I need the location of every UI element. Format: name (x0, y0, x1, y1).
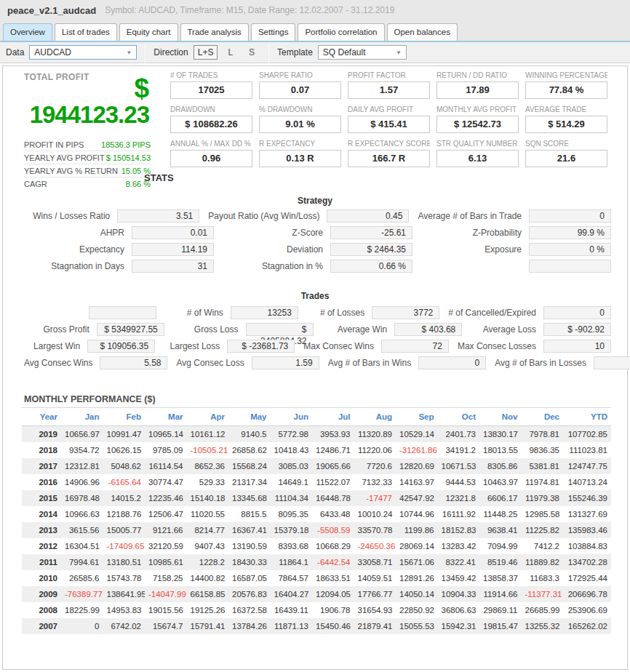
month-cell: 15379.18 (271, 522, 313, 538)
metric-empty (421, 260, 611, 273)
metric-label: Expectancy (24, 244, 132, 255)
metric-label: # of Losses (307, 308, 372, 318)
template-select[interactable]: SQ Default ▼ (318, 45, 407, 60)
metric-label: Gross Profit (24, 324, 97, 335)
month-cell: -76389.77 (61, 586, 103, 602)
month-cell: 12486.71 (312, 442, 354, 458)
month-cell: 529.33 (187, 474, 229, 490)
month-cell: 7094.99 (479, 538, 522, 554)
col-header-oct: Oct (438, 408, 480, 426)
monthly-performance-title: MONTHLY PERFORMANCE ($) (24, 394, 156, 404)
metric-payout-ratio-avg-win-loss: Payout Ratio (Avg Win/Loss)0.45 (208, 209, 409, 223)
year-cell: 2019 (22, 426, 61, 443)
metric-label: Avg Consec Wins (24, 358, 100, 368)
template-select-value: SQ Default (323, 47, 366, 57)
metric-average-loss: Average Loss$ -902.92 (471, 323, 611, 336)
col-header-nov: Nov (479, 408, 522, 426)
tab-trade-analysis[interactable]: Trade analysis (180, 23, 249, 41)
metric-value: 5.58 (100, 356, 167, 369)
month-cell: 9785.09 (145, 442, 187, 458)
month-cell: 10668.29 (312, 538, 354, 554)
month-cell: 16111.92 (438, 506, 480, 522)
month-cell: 13784.26 (228, 618, 271, 634)
month-cell: 15568.24 (228, 458, 271, 474)
tab-open-balances[interactable]: Open balances (387, 23, 458, 41)
monthly-row-2019: 201910656.9710991.4710965.1410161.129140… (22, 426, 611, 443)
month-cell: 8305.86 (479, 458, 522, 474)
metric-value: 1.59 (252, 356, 319, 369)
month-cell: 11104.34 (271, 490, 313, 506)
tab-list-of-trades[interactable]: List of trades (55, 23, 117, 41)
metric-row: # of Wins13253# of Losses3772# of Cancel… (24, 306, 611, 319)
monthly-row-2012: 201216304.51-17409.6532120.599407.431319… (22, 538, 611, 554)
direction-s[interactable]: S (243, 46, 260, 59)
direction-l[interactable]: L (222, 46, 239, 59)
metric-average-win: Average Win$ 403.68 (322, 323, 463, 336)
tab-settings[interactable]: Settings (251, 23, 296, 41)
month-cell: 3615.56 (61, 522, 103, 538)
month-cell: 21879.41 (354, 618, 396, 634)
col-header-mar: Mar (145, 408, 187, 426)
overview-panel: TOTAL PROFIT $ 1944123.23 PROFIT IN PIPS… (2, 65, 628, 670)
month-cell: 172925.44 (563, 570, 611, 586)
month-cell: 9836.35 (522, 442, 564, 458)
metric-value (529, 260, 611, 273)
stat-return-dd-ratio: RETURN / DD RATIO17.89 (436, 71, 519, 99)
month-cell: 10529.14 (396, 426, 438, 443)
month-cell: -17409.65 (103, 538, 145, 554)
month-cell: 15791.41 (187, 618, 229, 634)
month-cell: 26685.99 (522, 602, 564, 618)
month-cell: 14906.96 (61, 474, 103, 490)
direction-l-s[interactable]: L+S (194, 45, 218, 60)
month-cell: 15942.31 (438, 618, 480, 634)
stat-drawdown: % DRAWDOWN9.01 % (259, 105, 341, 133)
month-cell: 26585.6 (61, 570, 103, 586)
monthly-row-2016: 201614906.96-6165.6430774.47529.3321317.… (22, 474, 611, 490)
stat-annual-max-dd: ANNUAL % / MAX DD %0.96 (170, 140, 252, 167)
tab-portfolio-correlation[interactable]: Portfolio correlation (298, 23, 384, 41)
metric-label: # of Cancelled/Expired (448, 308, 543, 318)
col-header-may: May (228, 408, 271, 426)
month-cell: 10161.12 (187, 426, 229, 443)
data-select[interactable]: AUDCAD ▼ (29, 45, 137, 60)
month-cell: 8519.46 (479, 554, 522, 570)
col-header-sep: Sep (396, 408, 438, 426)
metric-label: Max Consec Wins (303, 341, 381, 351)
month-cell: 10463.97 (479, 474, 522, 490)
metric-gross-profit: Gross Profit$ 5349927.55 (24, 323, 164, 336)
metric-value: 0 (529, 209, 611, 223)
metric-value: 3.51 (117, 209, 199, 223)
stat-value: 1.57 (348, 81, 430, 99)
monthly-row-2010: 201026585.615743.787158.2514400.8216587.… (22, 570, 611, 586)
month-cell: 1199.86 (396, 522, 438, 538)
month-cell: 10010.24 (354, 506, 396, 522)
monthly-header-row: YearJanFebMarAprMayJunJulAugSepOctNovDec… (22, 408, 611, 426)
metric-row: Stagnation in Days31Stagnation in %0.66 … (24, 260, 611, 273)
trades-table: # of Wins13253# of Losses3772# of Cancel… (24, 306, 611, 373)
month-cell: 10985.61 (145, 554, 187, 570)
month-cell: 33570.78 (354, 522, 396, 538)
month-cell: 21317.34 (228, 474, 271, 490)
monthly-performance-table: YearJanFebMarAprMayJunJulAugSepOctNovDec… (22, 407, 611, 634)
tab-equity-chart[interactable]: Equity chart (119, 23, 178, 41)
metric-value: 72 (381, 340, 449, 353)
stat-label: STR QUALITY NUMBER (436, 140, 519, 149)
month-cell: 11522.07 (312, 474, 354, 490)
month-cell: 16404.27 (271, 586, 313, 602)
stat-daily-avg-profit: DAILY AVG PROFIT$ 415.41 (348, 105, 430, 133)
tab-overview[interactable]: Overview (3, 23, 52, 41)
col-header-jan: Jan (61, 408, 103, 426)
month-cell: 10656.97 (61, 426, 103, 443)
stat-winning-percentage: WINNING PERCENTAGE77.84 % (525, 71, 607, 99)
col-header-dec: Dec (522, 408, 564, 426)
metric-value: 0.45 (327, 209, 409, 223)
metric-largest-loss: Largest Loss$ -23681.73 (164, 340, 295, 353)
total-profit-value: 1944123.23 (24, 103, 149, 127)
month-cell: 11914.66 (479, 586, 522, 602)
metric-value: $ 5349927.55 (97, 323, 164, 336)
metric-label: Stagnation in % (223, 261, 330, 271)
metric-label: Max Consec Losses (458, 341, 543, 351)
metric-label: Largest Win (24, 341, 87, 351)
metric-deviation: Deviation$ 2464.35 (223, 243, 412, 256)
month-cell: 15450.46 (312, 618, 354, 634)
